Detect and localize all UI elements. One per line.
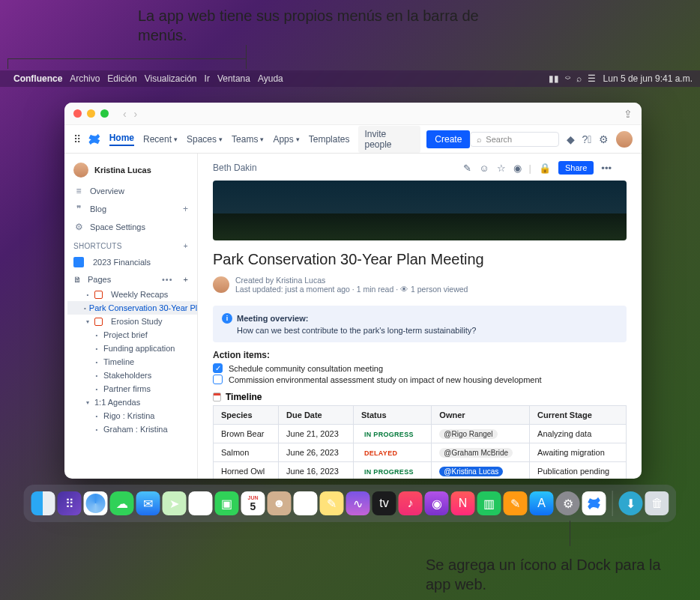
dock-tv-icon[interactable]: tv <box>372 491 396 515</box>
menubar-app-name[interactable]: Confluence <box>13 73 62 84</box>
sidebar-space-settings[interactable]: ⚙Space Settings <box>64 218 197 236</box>
dock-news-icon[interactable]: N <box>451 491 475 515</box>
wifi-icon[interactable]: ⌔ <box>565 73 570 84</box>
action-item-1[interactable]: ✓Schedule community consultation meeting <box>213 363 627 373</box>
tree-weekly-recaps[interactable]: • Weekly Recaps <box>67 288 197 301</box>
more-icon[interactable]: ••• <box>162 275 173 284</box>
nav-spaces[interactable]: Spaces▾ <box>187 134 223 145</box>
calendar-icon <box>94 318 103 326</box>
shortcut-2023-financials[interactable]: 2023 Financials <box>64 253 197 271</box>
dock-launchpad-icon[interactable]: ⠿ <box>58 491 82 515</box>
dock-mail-icon[interactable]: ✉ <box>136 491 160 515</box>
settings-gear-icon[interactable]: ⚙ <box>599 133 609 145</box>
menubar-clock[interactable]: Lun 5 de jun 9:41 a.m. <box>603 73 693 84</box>
tree-rigo-kristina[interactable]: •Rigo : Kristina <box>67 409 197 422</box>
add-shortcut-icon[interactable]: + <box>184 242 188 250</box>
back-button[interactable]: ‹ <box>123 108 127 120</box>
watch-icon[interactable]: ◉ <box>513 163 522 174</box>
dock-freeform-icon[interactable]: ∿ <box>346 491 370 515</box>
zoom-button[interactable] <box>100 109 109 118</box>
menu-ventana[interactable]: Ventana <box>217 73 250 84</box>
sidebar-overview[interactable]: ≡Overview <box>64 182 197 200</box>
create-button[interactable]: Create <box>426 130 470 148</box>
nav-teams[interactable]: Teams▾ <box>232 134 264 145</box>
nav-templates[interactable]: Templates <box>309 134 350 145</box>
dock-settings-icon[interactable]: ⚙ <box>556 491 580 515</box>
battery-icon[interactable]: ▮▮ <box>549 73 559 84</box>
share-button[interactable]: Share <box>558 161 594 175</box>
pages-heading[interactable]: 🗎Pages•••+ <box>64 271 197 288</box>
search-input[interactable]: ⌕ Search <box>470 132 558 147</box>
chevron-down-icon[interactable]: ▾ <box>84 318 91 325</box>
dock-contacts-icon[interactable]: ☻ <box>268 491 292 515</box>
action-item-2[interactable]: Commission environmental assessment stud… <box>213 375 627 384</box>
panel-body: How can we best contribute to the park's… <box>222 326 618 335</box>
menu-visualizacion[interactable]: Visualización <box>145 73 197 84</box>
space-header[interactable]: Kristina Lucas <box>64 158 197 182</box>
checkbox-icon[interactable] <box>213 375 223 384</box>
menu-ir[interactable]: Ir <box>205 73 210 84</box>
confluence-logo-icon[interactable] <box>87 132 102 147</box>
nav-recent[interactable]: Recent▾ <box>143 134 178 145</box>
dock-podcasts-icon[interactable]: ◉ <box>425 491 449 515</box>
author-avatar[interactable] <box>213 276 229 293</box>
checkbox-icon[interactable]: ✓ <box>213 363 223 373</box>
dock-music-icon[interactable]: ♪ <box>399 491 423 515</box>
dock-photos-icon[interactable]: ✿ <box>189 491 213 515</box>
dock-pages-icon[interactable]: ✎ <box>504 491 528 515</box>
menu-ayuda[interactable]: Ayuda <box>258 73 283 84</box>
breadcrumb-bar: Beth Dakin ✎ ☺ ☆ ◉ | 🔒 Share ••• <box>198 154 642 178</box>
dock-messages-icon[interactable]: ☁ <box>110 491 134 515</box>
tree-graham-kristina[interactable]: •Graham : Kristina <box>67 422 197 436</box>
dock-numbers-icon[interactable]: ▥ <box>477 491 501 515</box>
owner-mention[interactable]: @Rigo Rangel <box>439 429 497 439</box>
tree-agendas[interactable]: ▾1:1 Agendas <box>67 396 197 409</box>
nav-apps[interactable]: Apps▾ <box>273 134 299 145</box>
comment-icon[interactable]: ☺ <box>479 163 489 174</box>
spotlight-icon[interactable]: ⌕ <box>576 73 582 84</box>
app-switcher-icon[interactable]: ⠿ <box>73 133 81 145</box>
dock-downloads-icon[interactable]: ⬇ <box>619 491 643 515</box>
sidebar-blog[interactable]: ❞Blog+ <box>64 200 197 218</box>
menu-edicion[interactable]: Edición <box>107 73 136 84</box>
dock-safari-icon[interactable] <box>84 491 108 515</box>
menu-archivo[interactable]: Archivo <box>70 73 100 84</box>
help-icon[interactable]: ?⃝ <box>582 133 592 145</box>
close-button[interactable] <box>73 109 82 118</box>
notifications-icon[interactable]: ◆ <box>567 133 575 145</box>
add-page-icon[interactable]: + <box>184 275 188 284</box>
invite-people-button[interactable]: Invite people <box>358 126 420 153</box>
dock-facetime-icon[interactable]: ▣ <box>215 491 239 515</box>
breadcrumb[interactable]: Beth Dakin <box>213 163 257 173</box>
confluence-topnav: ⠿ Home Recent▾ Spaces▾ Teams▾ Apps▾ Temp… <box>64 125 642 154</box>
chevron-down-icon[interactable]: ▾ <box>84 399 91 406</box>
owner-mention[interactable]: @Graham McBride <box>439 448 513 458</box>
tree-erosion-study[interactable]: ▾ Erosion Study <box>67 315 197 328</box>
dock-trash-icon[interactable]: 🗑 <box>645 491 669 515</box>
tree-timeline[interactable]: •Timeline <box>67 355 197 369</box>
dock-confluence-webapp-icon[interactable] <box>582 491 606 515</box>
nav-home[interactable]: Home <box>109 133 134 146</box>
dock-notes-icon[interactable]: ✎ <box>320 491 344 515</box>
tree-project-brief[interactable]: •Project brief <box>67 328 197 342</box>
avatar[interactable] <box>616 131 633 148</box>
more-actions-icon[interactable]: ••• <box>601 163 612 174</box>
star-icon[interactable]: ☆ <box>497 163 506 174</box>
add-blog-icon[interactable]: + <box>183 204 188 214</box>
macos-share-icon[interactable]: ⇪ <box>624 108 633 120</box>
dock-maps-icon[interactable]: ➤ <box>163 491 187 515</box>
owner-mention[interactable]: @Kristina Lucas <box>439 467 503 476</box>
forward-button[interactable]: › <box>134 108 138 120</box>
tree-stakeholders[interactable]: •Stakeholders <box>67 369 197 382</box>
dock-appstore-icon[interactable]: A <box>530 491 554 515</box>
control-center-icon[interactable]: ☰ <box>588 73 596 84</box>
dock-finder-icon[interactable] <box>31 491 55 515</box>
tree-park-conservation[interactable]: •Park Conservation 30-Year Plan Meeting <box>67 301 197 315</box>
tree-partner-firms[interactable]: •Partner firms <box>67 382 197 396</box>
tree-funding-application[interactable]: •Funding application <box>67 342 197 355</box>
edit-icon[interactable]: ✎ <box>463 163 471 174</box>
dock-reminders-icon[interactable]: ≣ <box>294 491 318 515</box>
lock-icon[interactable]: 🔒 <box>539 163 551 174</box>
dock-calendar-icon[interactable]: JUN5 <box>241 491 265 515</box>
minimize-button[interactable] <box>87 109 95 118</box>
